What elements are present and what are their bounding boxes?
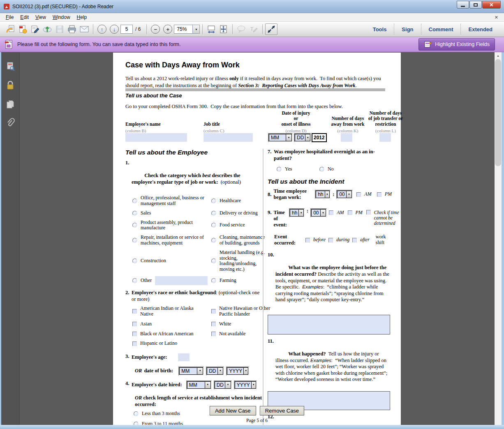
- injury-day-dropdown[interactable]: DD▼: [294, 133, 311, 142]
- chevron-down-icon[interactable]: ▼: [243, 368, 248, 374]
- zoom-out-button[interactable]: −: [149, 23, 162, 35]
- chevron-down-icon[interactable]: ▼: [325, 191, 330, 198]
- days-transfer-input[interactable]: [379, 133, 391, 142]
- checkbox[interactable]: [132, 332, 137, 336]
- dob-month-dropdown[interactable]: MM▼: [178, 367, 204, 376]
- fit-page-button[interactable]: [217, 23, 230, 35]
- checkbox-option[interactable]: Hispanic or Latino: [132, 341, 211, 346]
- attachments-button[interactable]: [5, 118, 16, 129]
- zoom-in-button[interactable]: +: [162, 23, 174, 35]
- minimize-button[interactable]: [457, 1, 469, 9]
- days-away-input[interactable]: [341, 133, 352, 142]
- radio-option[interactable]: Product assembly, product manufacture: [132, 220, 211, 231]
- chevron-down-icon[interactable]: ▼: [346, 191, 352, 198]
- began-hour-dropdown[interactable]: hh▼: [315, 190, 331, 199]
- radio-option[interactable]: Delivery or driving: [211, 210, 269, 216]
- began-minute-dropdown[interactable]: 00▼: [336, 190, 353, 199]
- radio-option[interactable]: Construction: [132, 250, 211, 272]
- radio-option[interactable]: Sales: [132, 210, 211, 216]
- chevron-down-icon[interactable]: ▼: [320, 210, 326, 216]
- radio-button[interactable]: [132, 278, 137, 283]
- create-pdf-button[interactable]: [16, 23, 29, 35]
- radio-button[interactable]: [132, 238, 137, 243]
- event-hour-dropdown[interactable]: hh▼: [289, 208, 305, 217]
- checkbox[interactable]: [211, 322, 216, 326]
- menu-window[interactable]: Window: [49, 14, 74, 21]
- radio-option[interactable]: Office, professional, business or manage…: [132, 195, 211, 207]
- add-new-case-button[interactable]: Add New Case: [210, 406, 256, 415]
- tab-comment[interactable]: Comment: [421, 26, 461, 32]
- checkbox[interactable]: [305, 238, 310, 242]
- job-title-input[interactable]: [203, 133, 253, 142]
- radio-button[interactable]: [211, 211, 216, 216]
- checkbox[interactable]: [132, 309, 137, 314]
- radio-option[interactable]: Material handling (e.g. stocking, loadin…: [211, 250, 269, 272]
- checkbox-option[interactable]: Black or African American: [132, 331, 211, 337]
- save-button[interactable]: [53, 23, 66, 35]
- checkbox[interactable]: [132, 322, 137, 326]
- vertical-scrollbar[interactable]: ▲: [495, 52, 502, 425]
- checkbox-option-before[interactable]: before: [305, 237, 326, 243]
- next-page-button[interactable]: ↓: [108, 23, 120, 35]
- radio-option[interactable]: Healthcare: [211, 195, 269, 207]
- radio-button[interactable]: [211, 223, 216, 228]
- menu-file[interactable]: File: [2, 14, 17, 21]
- chevron-down-icon[interactable]: ▼: [217, 368, 223, 374]
- radio-option-yes[interactable]: Yes: [277, 166, 314, 172]
- checkbox[interactable]: [329, 210, 333, 215]
- page-number-input[interactable]: [120, 25, 133, 34]
- checkbox-option-am[interactable]: AM: [356, 191, 371, 197]
- menu-edit[interactable]: Edit: [17, 14, 32, 21]
- checkbox-option-after[interactable]: after: [352, 237, 370, 243]
- q10-answer-textarea[interactable]: [268, 315, 390, 334]
- radio-option[interactable]: Food service: [211, 220, 269, 231]
- chevron-down-icon[interactable]: ▼: [205, 382, 210, 388]
- checkbox-option-pm[interactable]: PM: [348, 210, 363, 216]
- injury-month-dropdown[interactable]: MM▼: [268, 133, 293, 142]
- hired-month-dropdown[interactable]: MM▼: [186, 381, 212, 390]
- radio-option-other[interactable]: Other: [132, 276, 211, 285]
- checkbox-option[interactable]: Native Hawaiian or Other Pacific Islande…: [211, 306, 277, 317]
- pages-button[interactable]: [5, 99, 16, 110]
- hired-year-dropdown[interactable]: YYYY▼: [234, 381, 257, 390]
- email-button[interactable]: [78, 23, 90, 35]
- zoom-dropdown-button[interactable]: ▼: [193, 25, 200, 34]
- scroll-up-button[interactable]: ▲: [495, 52, 502, 59]
- radio-button[interactable]: [132, 211, 137, 216]
- close-button[interactable]: ✕: [482, 1, 501, 9]
- checkbox-option[interactable]: Asian: [132, 321, 211, 327]
- employee-age-input[interactable]: [178, 353, 190, 361]
- reading-mode-button[interactable]: [265, 23, 277, 35]
- checkbox[interactable]: [211, 309, 216, 314]
- dob-day-dropdown[interactable]: DD▼: [206, 367, 224, 376]
- scrollbar-thumb[interactable]: [495, 59, 501, 166]
- checkbox-option-am[interactable]: AM: [329, 210, 344, 216]
- fit-width-button[interactable]: [205, 23, 217, 35]
- upload-cloud-button[interactable]: [41, 23, 53, 35]
- page-thumbnails-button[interactable]: [5, 61, 16, 72]
- radio-option[interactable]: Farming: [211, 276, 269, 285]
- radio-button[interactable]: [211, 198, 216, 203]
- radio-button[interactable]: [277, 167, 282, 172]
- hired-day-dropdown[interactable]: DD▼: [214, 381, 232, 390]
- zoom-level-input[interactable]: [174, 25, 193, 34]
- checkbox-option-undetermined[interactable]: Check if time cannot be determined: [366, 210, 400, 226]
- chevron-down-icon[interactable]: ▼: [298, 210, 303, 216]
- menu-help[interactable]: Help: [74, 14, 90, 21]
- checkbox[interactable]: [356, 192, 361, 197]
- maximize-button[interactable]: [469, 1, 482, 9]
- radio-button[interactable]: [211, 278, 216, 283]
- checkbox[interactable]: [211, 332, 216, 336]
- radio-option[interactable]: Repair, installation or service of machi…: [132, 235, 211, 246]
- tab-extended[interactable]: Extended: [461, 26, 500, 32]
- print-button[interactable]: [66, 23, 78, 35]
- radio-button[interactable]: [211, 258, 216, 263]
- remove-case-button[interactable]: Remove Case: [260, 406, 304, 415]
- chevron-down-icon[interactable]: ▼: [286, 134, 291, 141]
- employee-name-input[interactable]: [125, 133, 187, 142]
- security-lock-button[interactable]: [5, 80, 16, 91]
- radio-option-no[interactable]: No: [319, 166, 356, 172]
- highlight-fields-button[interactable]: Highlight Existing Fields: [418, 38, 495, 51]
- chevron-down-icon[interactable]: ▼: [197, 368, 203, 374]
- event-minute-dropdown[interactable]: 00▼: [310, 208, 327, 217]
